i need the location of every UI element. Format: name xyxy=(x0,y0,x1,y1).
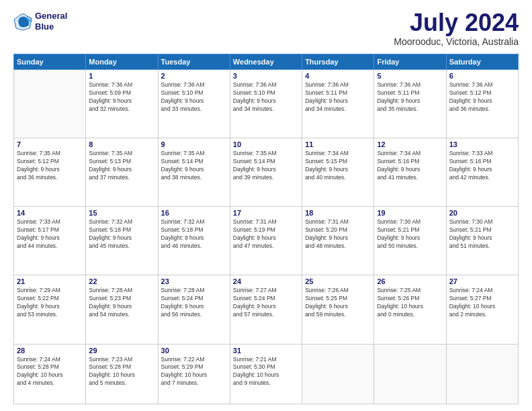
calendar-cell: 12Sunrise: 7:34 AMSunset: 5:16 PMDayligh… xyxy=(374,138,446,207)
day-info: Sunrise: 7:36 AMSunset: 5:12 PMDaylight:… xyxy=(449,81,515,113)
day-number: 12 xyxy=(377,140,443,148)
logo: General Blue xyxy=(13,11,67,32)
calendar-cell: 31Sunrise: 7:21 AMSunset: 5:30 PMDayligh… xyxy=(230,344,302,404)
calendar-cell: 20Sunrise: 7:30 AMSunset: 5:21 PMDayligh… xyxy=(446,207,518,275)
day-number: 20 xyxy=(449,209,515,217)
day-info: Sunrise: 7:35 AMSunset: 5:14 PMDaylight:… xyxy=(233,150,299,182)
calendar-cell: 28Sunrise: 7:24 AMSunset: 5:28 PMDayligh… xyxy=(14,344,86,404)
calendar-cell: 30Sunrise: 7:22 AMSunset: 5:29 PMDayligh… xyxy=(158,344,230,404)
day-number: 26 xyxy=(377,277,443,285)
day-number: 27 xyxy=(449,277,515,285)
header: General Blue July 2024 Moorooduc, Victor… xyxy=(13,11,519,47)
day-number: 17 xyxy=(233,209,299,217)
day-info: Sunrise: 7:32 AMSunset: 5:18 PMDaylight:… xyxy=(89,218,154,250)
day-info: Sunrise: 7:24 AMSunset: 5:27 PMDaylight:… xyxy=(449,287,515,319)
calendar-table: SundayMondayTuesdayWednesdayThursdayFrid… xyxy=(13,54,519,404)
calendar-cell: 9Sunrise: 7:35 AMSunset: 5:14 PMDaylight… xyxy=(158,138,230,207)
calendar-cell: 24Sunrise: 7:27 AMSunset: 5:24 PMDayligh… xyxy=(230,275,302,344)
location: Moorooduc, Victoria, Australia xyxy=(394,36,519,47)
day-header: Thursday xyxy=(302,54,374,70)
day-number: 7 xyxy=(17,140,83,148)
calendar-cell: 4Sunrise: 7:36 AMSunset: 5:11 PMDaylight… xyxy=(302,70,374,138)
day-number: 6 xyxy=(449,72,515,80)
day-number: 16 xyxy=(161,209,227,217)
day-info: Sunrise: 7:25 AMSunset: 5:26 PMDaylight:… xyxy=(377,287,443,319)
calendar-cell: 29Sunrise: 7:23 AMSunset: 5:28 PMDayligh… xyxy=(86,344,158,404)
day-info: Sunrise: 7:35 AMSunset: 5:12 PMDaylight:… xyxy=(17,150,83,182)
day-info: Sunrise: 7:32 AMSunset: 5:18 PMDaylight:… xyxy=(161,218,227,250)
day-info: Sunrise: 7:31 AMSunset: 5:20 PMDaylight:… xyxy=(305,218,371,250)
day-info: Sunrise: 7:36 AMSunset: 5:10 PMDaylight:… xyxy=(161,81,227,113)
day-number: 18 xyxy=(305,209,371,217)
day-header: Wednesday xyxy=(230,54,302,70)
day-info: Sunrise: 7:30 AMSunset: 5:21 PMDaylight:… xyxy=(449,218,515,250)
calendar-cell: 17Sunrise: 7:31 AMSunset: 5:19 PMDayligh… xyxy=(230,207,302,275)
day-number: 25 xyxy=(305,277,371,285)
day-info: Sunrise: 7:36 AMSunset: 5:10 PMDaylight:… xyxy=(233,81,299,113)
day-number: 9 xyxy=(161,140,227,148)
month-title: July 2024 xyxy=(394,11,519,35)
day-info: Sunrise: 7:21 AMSunset: 5:30 PMDaylight:… xyxy=(233,356,299,388)
calendar-cell: 6Sunrise: 7:36 AMSunset: 5:12 PMDaylight… xyxy=(446,70,518,138)
calendar-cell: 14Sunrise: 7:33 AMSunset: 5:17 PMDayligh… xyxy=(14,207,86,275)
day-number: 14 xyxy=(17,209,83,217)
calendar-cell: 3Sunrise: 7:36 AMSunset: 5:10 PMDaylight… xyxy=(230,70,302,138)
day-info: Sunrise: 7:36 AMSunset: 5:11 PMDaylight:… xyxy=(305,81,371,113)
day-info: Sunrise: 7:34 AMSunset: 5:15 PMDaylight:… xyxy=(305,150,371,182)
day-info: Sunrise: 7:31 AMSunset: 5:19 PMDaylight:… xyxy=(233,218,299,250)
day-number: 8 xyxy=(89,140,154,148)
calendar-cell xyxy=(374,344,446,404)
day-number: 4 xyxy=(305,72,371,80)
calendar-cell xyxy=(302,344,374,404)
day-info: Sunrise: 7:26 AMSunset: 5:25 PMDaylight:… xyxy=(305,287,371,319)
calendar-cell: 21Sunrise: 7:29 AMSunset: 5:22 PMDayligh… xyxy=(14,275,86,344)
day-info: Sunrise: 7:34 AMSunset: 5:16 PMDaylight:… xyxy=(377,150,443,182)
day-info: Sunrise: 7:28 AMSunset: 5:24 PMDaylight:… xyxy=(161,287,227,319)
calendar-cell: 11Sunrise: 7:34 AMSunset: 5:15 PMDayligh… xyxy=(302,138,374,207)
day-info: Sunrise: 7:30 AMSunset: 5:21 PMDaylight:… xyxy=(377,218,443,250)
logo-icon xyxy=(13,12,32,31)
calendar-cell: 19Sunrise: 7:30 AMSunset: 5:21 PMDayligh… xyxy=(374,207,446,275)
calendar-cell: 15Sunrise: 7:32 AMSunset: 5:18 PMDayligh… xyxy=(86,207,158,275)
day-info: Sunrise: 7:27 AMSunset: 5:24 PMDaylight:… xyxy=(233,287,299,319)
day-number: 10 xyxy=(233,140,299,148)
day-number: 24 xyxy=(233,277,299,285)
day-info: Sunrise: 7:36 AMSunset: 5:11 PMDaylight:… xyxy=(377,81,443,113)
calendar-cell: 8Sunrise: 7:35 AMSunset: 5:13 PMDaylight… xyxy=(86,138,158,207)
calendar-cell: 25Sunrise: 7:26 AMSunset: 5:25 PMDayligh… xyxy=(302,275,374,344)
day-number: 11 xyxy=(305,140,371,148)
day-info: Sunrise: 7:28 AMSunset: 5:23 PMDaylight:… xyxy=(89,287,154,319)
day-number: 31 xyxy=(233,347,299,355)
day-info: Sunrise: 7:35 AMSunset: 5:14 PMDaylight:… xyxy=(161,150,227,182)
day-number: 19 xyxy=(377,209,443,217)
day-number: 22 xyxy=(89,277,154,285)
calendar-cell: 2Sunrise: 7:36 AMSunset: 5:10 PMDaylight… xyxy=(158,70,230,138)
calendar-cell: 5Sunrise: 7:36 AMSunset: 5:11 PMDaylight… xyxy=(374,70,446,138)
day-info: Sunrise: 7:23 AMSunset: 5:28 PMDaylight:… xyxy=(89,356,154,388)
day-header: Friday xyxy=(374,54,446,70)
day-info: Sunrise: 7:29 AMSunset: 5:22 PMDaylight:… xyxy=(17,287,83,319)
day-number: 30 xyxy=(161,347,227,355)
day-info: Sunrise: 7:33 AMSunset: 5:16 PMDaylight:… xyxy=(449,150,515,182)
day-number: 1 xyxy=(89,72,154,80)
calendar-cell: 27Sunrise: 7:24 AMSunset: 5:27 PMDayligh… xyxy=(446,275,518,344)
day-header: Monday xyxy=(86,54,158,70)
calendar-cell: 22Sunrise: 7:28 AMSunset: 5:23 PMDayligh… xyxy=(86,275,158,344)
day-number: 13 xyxy=(449,140,515,148)
day-info: Sunrise: 7:36 AMSunset: 5:09 PMDaylight:… xyxy=(89,81,154,113)
day-number: 2 xyxy=(161,72,227,80)
calendar-cell: 10Sunrise: 7:35 AMSunset: 5:14 PMDayligh… xyxy=(230,138,302,207)
day-number: 29 xyxy=(89,347,154,355)
day-info: Sunrise: 7:35 AMSunset: 5:13 PMDaylight:… xyxy=(89,150,154,182)
day-header: Saturday xyxy=(446,54,518,70)
calendar-cell: 18Sunrise: 7:31 AMSunset: 5:20 PMDayligh… xyxy=(302,207,374,275)
day-info: Sunrise: 7:33 AMSunset: 5:17 PMDaylight:… xyxy=(17,218,83,250)
calendar-cell: 1Sunrise: 7:36 AMSunset: 5:09 PMDaylight… xyxy=(86,70,158,138)
calendar-cell xyxy=(446,344,518,404)
day-number: 3 xyxy=(233,72,299,80)
calendar-cell: 26Sunrise: 7:25 AMSunset: 5:26 PMDayligh… xyxy=(374,275,446,344)
day-number: 28 xyxy=(17,347,83,355)
calendar-cell: 23Sunrise: 7:28 AMSunset: 5:24 PMDayligh… xyxy=(158,275,230,344)
day-header: Sunday xyxy=(14,54,86,70)
day-info: Sunrise: 7:24 AMSunset: 5:28 PMDaylight:… xyxy=(17,356,83,388)
